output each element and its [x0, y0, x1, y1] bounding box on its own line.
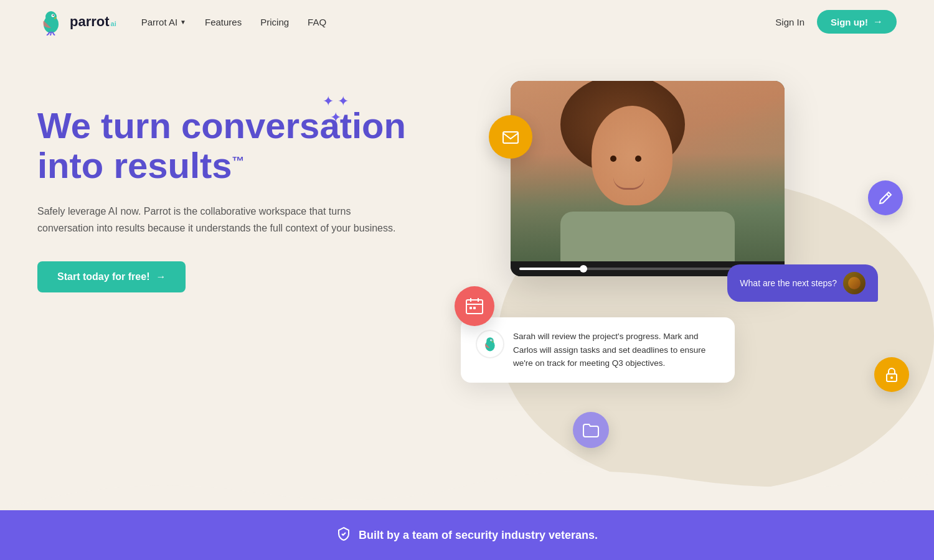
- cta-button[interactable]: Start today for free! →: [37, 261, 186, 292]
- ai-response-text: Sarah will review the project's progress…: [513, 330, 720, 370]
- nav-right: Sign In Sign up! →: [775, 10, 897, 34]
- nav-faq[interactable]: FAQ: [308, 17, 326, 27]
- logo-text: parrotai: [70, 14, 116, 30]
- svg-rect-13: [469, 307, 472, 309]
- edit-icon-float: [868, 180, 903, 215]
- eye-right: [635, 156, 641, 162]
- shirt: [560, 212, 735, 261]
- svg-point-8: [491, 340, 492, 340]
- svg-point-17: [890, 376, 893, 379]
- svg-line-15: [887, 194, 889, 197]
- logo-icon: [37, 8, 65, 35]
- chat-question-bubble: What are the next steps?: [727, 264, 878, 302]
- svg-rect-14: [473, 307, 476, 309]
- video-card: [511, 81, 785, 276]
- wave-decoration: [0, 460, 934, 510]
- svg-point-1: [45, 11, 57, 22]
- nav-features[interactable]: Features: [205, 17, 242, 27]
- hero-right: What are the next steps? Sar: [448, 81, 897, 467]
- sign-in-link[interactable]: Sign In: [775, 17, 804, 27]
- calendar-icon-float: [455, 286, 494, 326]
- nav-left: parrotai Parrot AI ▼ Features Pricing FA…: [37, 8, 326, 35]
- progress-fill: [519, 268, 583, 270]
- folder-icon-float: [573, 412, 609, 448]
- hero-title: We turn conversation into results™: [37, 106, 423, 185]
- svg-rect-4: [503, 132, 518, 143]
- ai-response-card: Sarah will review the project's progress…: [461, 317, 735, 383]
- nav-pricing[interactable]: Pricing: [260, 17, 289, 27]
- lock-icon-float: [874, 357, 909, 392]
- sparkle-decoration: ✦ ✦ ✦: [323, 93, 349, 126]
- sign-up-button[interactable]: Sign up! →: [817, 10, 897, 34]
- ai-logo-circle: [476, 330, 504, 358]
- face: [592, 106, 672, 205]
- hero-subtitle: Safely leverage AI now. Parrot is the co…: [37, 203, 399, 236]
- chevron-down-icon: ▼: [180, 19, 186, 26]
- mail-icon-float: [489, 115, 532, 159]
- navigation: parrotai Parrot AI ▼ Features Pricing FA…: [0, 0, 934, 44]
- svg-point-3: [53, 15, 54, 16]
- progress-dot: [580, 265, 587, 273]
- user-avatar: [843, 272, 866, 294]
- svg-point-6: [486, 337, 493, 344]
- nav-links: Parrot AI ▼ Features Pricing FAQ: [141, 17, 326, 27]
- eye-left: [610, 156, 616, 162]
- hero-left: ✦ ✦ ✦ We turn conversation into results™…: [37, 81, 423, 292]
- bottom-banner: Built by a team of security industry vet…: [0, 510, 934, 560]
- bottom-banner-text: Built by a team of security industry vet…: [359, 529, 598, 542]
- video-placeholder: [511, 81, 785, 261]
- nav-parrot-ai[interactable]: Parrot AI ▼: [141, 17, 186, 27]
- shield-icon: [336, 526, 351, 544]
- hero-section: ✦ ✦ ✦ We turn conversation into results™…: [0, 44, 934, 510]
- arrow-right-icon: →: [873, 16, 883, 27]
- logo[interactable]: parrotai: [37, 8, 116, 35]
- arrow-right-icon: →: [156, 271, 166, 282]
